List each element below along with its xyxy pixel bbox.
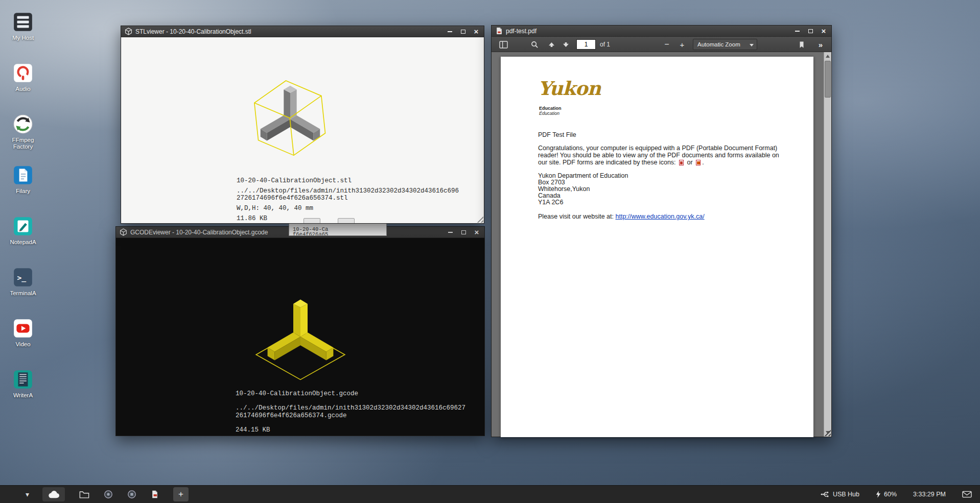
more-tools-button[interactable]: »	[813, 37, 828, 52]
taskbar-cloud-button[interactable]	[42, 487, 65, 501]
desktop-icon-audio[interactable]: Audio	[4, 62, 42, 92]
zoom-in-button[interactable]: +	[675, 37, 689, 52]
video-player-icon	[12, 318, 34, 339]
desktop-icon-label: NotepadA	[4, 239, 42, 246]
usb-icon	[820, 491, 830, 498]
taskbar-app-pdf[interactable]	[151, 487, 159, 501]
desktop-icon-terminala[interactable]: >_ TerminalA	[4, 267, 42, 297]
gcode-filesize: 244.15 KB	[236, 426, 270, 434]
clock[interactable]: 3:33:29 PM	[913, 491, 946, 498]
desktop-icon-label: TerminalA	[4, 290, 42, 297]
stl-small-button[interactable]	[304, 218, 320, 223]
zoom-select-label: Automatic Zoom	[697, 41, 740, 47]
window-title: pdf-test.pdf	[506, 28, 791, 35]
website-label: Please visit our website at:	[538, 213, 614, 220]
maximize-button[interactable]	[457, 28, 469, 36]
previous-page-button[interactable]	[545, 37, 558, 52]
desktop-icon-ffmpeg-factory[interactable]: FFmpeg Factory	[4, 113, 42, 150]
desktop-icon-label: My Host	[4, 35, 42, 41]
bookmark-icon[interactable]	[795, 37, 808, 52]
usb-status[interactable]: USB Hub	[820, 491, 859, 498]
maximize-icon	[461, 30, 465, 34]
scroll-up-icon[interactable]	[826, 55, 830, 58]
envelope-icon	[962, 491, 972, 498]
fragment-text-line2: f6e4f626a65	[293, 231, 328, 236]
cube-icon	[125, 28, 132, 35]
desktop-icon-label: Filary	[4, 188, 42, 195]
resize-grip[interactable]	[476, 215, 483, 223]
minimize-icon	[448, 232, 453, 233]
zoom-out-button[interactable]: −	[660, 37, 673, 52]
desktop-icon-video[interactable]: Video	[4, 318, 42, 348]
zoom-select[interactable]: Automatic Zoom	[693, 39, 757, 50]
close-button[interactable]: ×	[471, 28, 482, 36]
close-icon: ×	[822, 28, 826, 34]
power-icon	[876, 491, 881, 498]
desktop-icon-notepada[interactable]: NotepadA	[4, 215, 42, 246]
desktop-icon-label: WriterA	[4, 392, 42, 399]
svg-text:>_: >_	[17, 273, 26, 282]
pdf-toolbar: of 1 − + Automatic Zoom »	[492, 37, 831, 52]
folder-icon	[79, 490, 89, 499]
computer-icon	[12, 11, 34, 33]
maximize-icon	[808, 29, 813, 33]
pdf-paragraph-line3-text: our site. PDF forms are indicated by the…	[538, 159, 676, 166]
taskbar-app-gcodeviewer[interactable]	[127, 487, 136, 501]
clock-label: 3:33:29 PM	[913, 491, 946, 498]
terminal-icon: >_	[12, 267, 34, 288]
pdf-document-icon	[151, 490, 159, 499]
close-icon: ×	[475, 229, 479, 235]
circular-arrows-icon	[12, 113, 34, 135]
period-text: .	[702, 159, 704, 166]
taskbar-add-button[interactable]: +	[173, 487, 189, 501]
minimize-button[interactable]	[791, 27, 803, 35]
gcode-path-line2: 26174696f6e4f626a656374.gcode	[236, 412, 347, 419]
mail-button[interactable]	[962, 491, 972, 498]
battery-status[interactable]: 60%	[876, 491, 897, 498]
writer-icon	[12, 369, 34, 390]
maximize-button[interactable]	[805, 27, 816, 35]
pdf-titlebar[interactable]: pdf-test.pdf ×	[492, 26, 831, 37]
page-number-input[interactable]	[576, 39, 596, 50]
search-icon[interactable]	[527, 37, 542, 52]
minimize-button[interactable]	[444, 28, 455, 36]
toggle-sidebar-button[interactable]	[496, 37, 511, 52]
window-title: GCODEviewer - 10-20-40-CalibrationObject…	[130, 229, 445, 236]
yukon-logo: Yukon	[538, 77, 600, 100]
desktop-icon-writera[interactable]: WriterA	[4, 369, 42, 399]
close-button[interactable]: ×	[471, 228, 482, 236]
stl-dimensions: W,D,H: 40, 40, 40 mm	[237, 205, 313, 212]
page-count-label: of 1	[600, 37, 610, 52]
taskbar: ▾ + USB Hub 60% 3:33:29 PM	[0, 485, 980, 503]
pdf-paragraph-line2: reader! You should be able to view any o…	[538, 152, 779, 159]
taskbar-folder-button[interactable]	[79, 487, 89, 501]
stl-viewport[interactable]: 10-20-40-CalibrationObject.stl ../../Des…	[121, 37, 484, 223]
website-link[interactable]: http://www.education.gov.yk.ca/	[615, 213, 704, 220]
desktop-icon-filary[interactable]: Filary	[4, 164, 42, 195]
stl-3d-object	[242, 67, 339, 164]
minimize-icon	[448, 31, 452, 32]
stl-small-button[interactable]	[338, 218, 355, 223]
gcode-viewer-window: GCODEviewer - 10-20-40-CalibrationObject…	[115, 226, 485, 436]
pdf-viewer-window: pdf-test.pdf × of 1 − + Automatic Zoom	[491, 25, 832, 437]
yukon-logo-education: Education	[539, 106, 562, 111]
pdf-page: Yukon Education Éducation PDF Test File …	[501, 57, 813, 437]
file-manager-icon	[12, 164, 34, 186]
scrollbar-thumb[interactable]	[825, 61, 831, 98]
close-button[interactable]: ×	[818, 27, 829, 35]
taskbar-chevron-icon[interactable]: ▾	[26, 487, 29, 501]
app-circle-icon	[104, 490, 113, 499]
next-page-button[interactable]	[559, 37, 572, 52]
gcode-filename: 10-20-40-CalibrationObject.gcode	[236, 390, 358, 397]
stl-titlebar[interactable]: STLviewer - 10-20-40-CalibrationObject.s…	[121, 26, 484, 37]
taskbar-app-stlviewer[interactable]	[104, 487, 113, 501]
gcode-viewport[interactable]: 10-20-40-CalibrationObject.gcode ../../D…	[116, 238, 484, 436]
stl-filename: 10-20-40-CalibrationObject.stl	[237, 177, 352, 184]
desktop-icon-my-host[interactable]: My Host	[4, 11, 42, 41]
scrollbar[interactable]	[824, 52, 831, 437]
close-icon: ×	[474, 29, 479, 35]
maximize-button[interactable]	[458, 228, 469, 236]
address-line: Canada	[538, 192, 561, 199]
minimize-button[interactable]	[445, 228, 456, 236]
stl-viewer-window: STLviewer - 10-20-40-CalibrationObject.s…	[121, 26, 484, 224]
